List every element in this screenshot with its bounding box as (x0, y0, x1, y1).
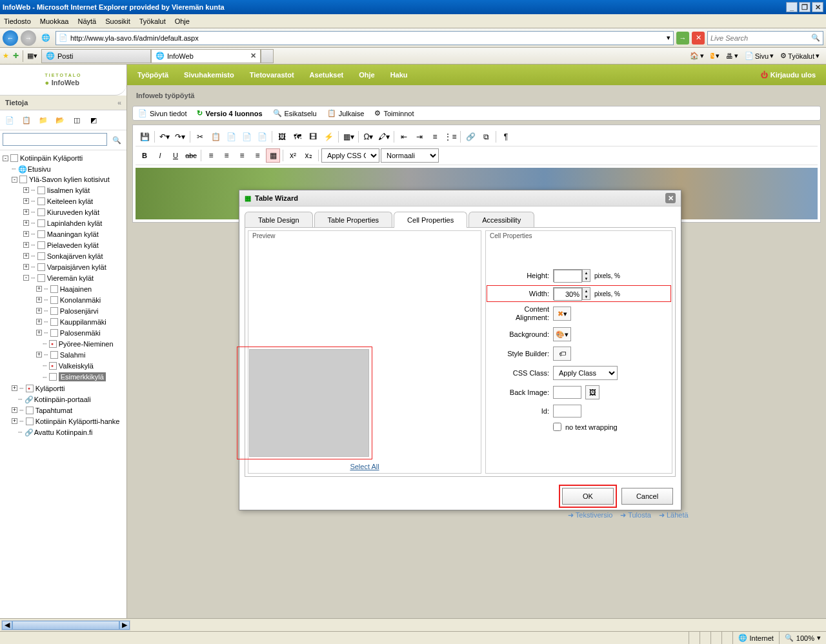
action-sivun-tiedot[interactable]: 📄Sivun tiedot (138, 109, 186, 117)
tree-vieremaan[interactable]: -⋯Vieremän kylät (0, 272, 126, 283)
id-input[interactable] (553, 405, 581, 418)
horizontal-scrollbar[interactable]: ◀▶ (0, 618, 826, 631)
spin-up[interactable]: ▲ (582, 270, 590, 276)
back-image-browse-button[interactable]: 🖼 (585, 385, 599, 399)
save-icon[interactable]: 💾 (137, 130, 152, 144)
paragraph-icon[interactable]: ¶ (499, 130, 513, 144)
nav-sivuhakemisto[interactable]: Sivuhakemisto (184, 71, 234, 79)
italic-icon[interactable]: I (153, 148, 167, 163)
tab-posti[interactable]: 🌐 Posti (41, 49, 151, 63)
tools-dropdown[interactable]: ⚙Työkalut▾ (780, 52, 820, 60)
symbol-icon[interactable]: Ω▾ (361, 130, 376, 144)
tree-item[interactable]: +⋯Salahmi (0, 349, 126, 360)
alignment-button[interactable]: ✖ ▾ (553, 307, 571, 321)
select-all-link[interactable]: Select All (248, 460, 481, 473)
align-none-icon[interactable]: ▦ (266, 148, 280, 163)
undo-icon[interactable]: ↶▾ (157, 130, 172, 144)
new-page-icon[interactable]: 📄 (3, 113, 17, 127)
no-wrap-checkbox[interactable] (553, 423, 561, 431)
page-dropdown[interactable]: 📄Sivu▾ (745, 52, 774, 60)
link-icon[interactable]: 🔗 (463, 130, 478, 144)
search-input[interactable] (710, 34, 811, 42)
close-button[interactable]: ✕ (812, 2, 823, 12)
nav-tietovarastot[interactable]: Tietovarastot (250, 71, 294, 79)
tab-cell-properties[interactable]: Cell Properties (394, 212, 467, 228)
style-builder-button[interactable]: 🏷 (553, 347, 571, 361)
cancel-button[interactable]: Cancel (621, 488, 673, 505)
collapse-icon[interactable]: « (117, 99, 121, 106)
tree-item[interactable]: +⋯Kiuruveden kylät (0, 206, 126, 217)
tool1-icon[interactable]: ◫ (70, 113, 84, 127)
tree-root[interactable]: -Kotiinpäin Kyläportti (0, 153, 126, 163)
superscript-icon[interactable]: x² (286, 148, 300, 163)
folder1-icon[interactable]: 📁 (36, 113, 50, 127)
spin-down[interactable]: ▼ (582, 294, 590, 299)
align-left-icon[interactable]: ≡ (204, 148, 218, 163)
menu-tiedosto[interactable]: Tiedosto (4, 17, 31, 25)
link-tulosta[interactable]: ➜ Tulosta (620, 511, 651, 519)
format-select[interactable]: Normaali (381, 148, 439, 163)
copy-page-icon[interactable]: 📋 (19, 113, 34, 127)
link-laheta[interactable]: ➜ Lähetä (659, 511, 689, 519)
action-toiminnot[interactable]: ⚙Toiminnot (374, 109, 414, 117)
height-input[interactable]: ▲▼ (553, 269, 590, 282)
go-button[interactable]: → (676, 32, 689, 45)
dropdown-icon[interactable]: ▾ (667, 34, 670, 42)
paste-word-icon[interactable]: 📄 (239, 130, 254, 144)
align-center-icon[interactable]: ≡ (219, 148, 234, 163)
paste-icon[interactable]: 📄 (224, 130, 238, 144)
tree-item[interactable]: ⋯🔗Avattu Kotiinpain.fi (0, 427, 126, 438)
tree-item[interactable]: +⋯Kotiinpäin Kyläportti-hanke (0, 416, 126, 427)
subscript-icon[interactable]: x₂ (301, 148, 316, 163)
tree-pyoree[interactable]: ⋯Pyöree-Nieminen (0, 338, 126, 349)
tree-item[interactable]: +⋯Sonkajärven kylät (0, 250, 126, 261)
copy-icon[interactable]: 📋 (208, 130, 223, 144)
back-image-input[interactable] (553, 386, 581, 399)
add-favorite-icon[interactable]: ✚ (13, 52, 19, 60)
search-box[interactable]: 🔍 (707, 31, 823, 45)
tree-item[interactable]: +⋯Pielaveden kylät (0, 239, 126, 250)
back-button[interactable]: ← (3, 30, 18, 46)
sidebar-search-button[interactable]: 🔍 (110, 133, 124, 147)
action-esikatselu[interactable]: 🔍Esikatselu (273, 109, 317, 117)
nav-haku[interactable]: Haku (390, 71, 408, 79)
tab-infoweb[interactable]: 🌐 InfoWeb ✕ (151, 49, 261, 63)
logout-button[interactable]: ⏻Kirjaudu ulos (761, 71, 816, 79)
action-julkaise[interactable]: 📋Julkaise (327, 109, 365, 117)
tree-item[interactable]: +⋯Haajainen (0, 283, 126, 294)
underline-icon[interactable]: U (168, 148, 183, 163)
preview-canvas[interactable] (248, 241, 481, 460)
nav-asetukset[interactable]: Asetukset (310, 71, 344, 79)
imagemap-icon[interactable]: 🗺 (290, 130, 305, 144)
tree-item[interactable]: +⋯Keiteleen kylät (0, 196, 126, 206)
forward-button[interactable]: → (21, 30, 36, 46)
strike-icon[interactable]: abc (184, 148, 198, 163)
stop-button[interactable]: ✕ (692, 32, 705, 45)
tree-item[interactable]: +⋯Konolanmäki (0, 294, 126, 305)
favorites-star-icon[interactable]: ★ (3, 52, 9, 60)
cut-icon[interactable]: ✂ (193, 130, 207, 144)
status-zoom[interactable]: 🔍100%▾ (779, 632, 826, 644)
redo-icon[interactable]: ↷▾ (173, 130, 187, 144)
minimize-button[interactable]: _ (786, 2, 798, 12)
flash-icon[interactable]: ⚡ (321, 130, 336, 144)
menu-suosikit[interactable]: Suosikit (105, 17, 130, 25)
ol-icon[interactable]: ≡ (428, 130, 442, 144)
tree-item[interactable]: +⋯Kauppilanmäki (0, 316, 126, 327)
align-justify-icon[interactable]: ≡ (250, 148, 265, 163)
spin-down[interactable]: ▼ (582, 276, 590, 281)
search-icon[interactable]: 🔍 (811, 34, 820, 42)
nav-ohje[interactable]: Ohje (359, 71, 374, 79)
dialog-close-button[interactable]: ✕ (665, 193, 676, 203)
ok-button[interactable]: OK (562, 488, 614, 505)
tree-item[interactable]: +⋯Varpaisjärven kylät (0, 261, 126, 272)
action-versio[interactable]: ↻Versio 4 luonnos (197, 109, 262, 117)
tool2-icon[interactable]: ◩ (86, 113, 101, 127)
folder2-icon[interactable]: 📂 (53, 113, 67, 127)
home-dropdown[interactable]: 🏠▾ (690, 52, 704, 60)
tab-table-properties[interactable]: Table Properties (314, 212, 393, 228)
outdent-icon[interactable]: ⇤ (397, 130, 411, 144)
menu-ohje[interactable]: Ohje (175, 17, 190, 25)
menu-tyokalut[interactable]: Työkalut (139, 17, 166, 25)
menu-muokkaa[interactable]: Muokkaa (40, 17, 69, 25)
